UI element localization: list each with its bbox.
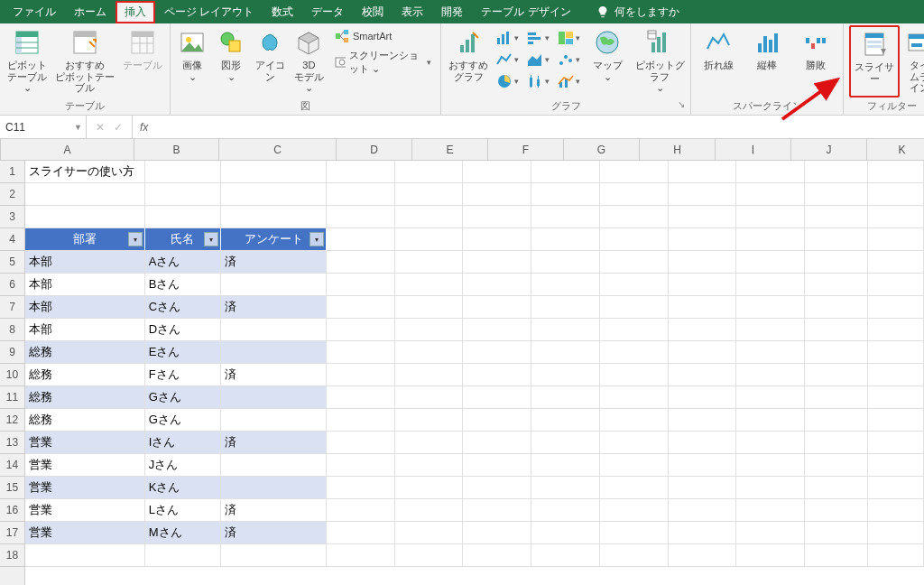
cell[interactable] <box>531 274 600 296</box>
cell[interactable] <box>805 161 868 183</box>
cell[interactable] <box>736 454 805 477</box>
cell[interactable] <box>600 454 669 477</box>
cell[interactable]: Dさん <box>145 319 222 341</box>
cell[interactable] <box>145 206 222 228</box>
cell[interactable] <box>395 274 464 296</box>
cell[interactable] <box>463 161 531 183</box>
cell[interactable] <box>327 454 395 477</box>
cell[interactable] <box>669 206 737 228</box>
cell[interactable]: Iさん <box>145 432 222 454</box>
combo-chart-icon[interactable] <box>557 72 580 90</box>
cell[interactable]: 営業 <box>25 454 145 477</box>
hierarchy-chart-icon[interactable] <box>557 29 580 47</box>
cell[interactable]: 総務 <box>25 409 145 432</box>
cell[interactable] <box>327 522 395 544</box>
cell[interactable] <box>669 183 737 206</box>
row-header-6[interactable]: 6 <box>0 274 24 296</box>
cell[interactable]: 総務 <box>25 341 145 364</box>
cell[interactable] <box>736 432 805 454</box>
cell[interactable] <box>868 274 924 296</box>
shapes-button[interactable]: 図形 ⌄ <box>215 25 248 82</box>
bar-chart-icon[interactable] <box>526 29 550 47</box>
cell[interactable] <box>531 544 600 567</box>
cell[interactable] <box>600 409 669 432</box>
cell[interactable] <box>600 477 669 499</box>
cell[interactable]: 氏名▾ <box>145 228 222 251</box>
cell[interactable] <box>669 522 737 544</box>
cell[interactable] <box>221 341 327 364</box>
cell[interactable] <box>805 183 868 206</box>
cell[interactable] <box>669 364 737 386</box>
row-header-9[interactable]: 9 <box>0 341 24 364</box>
cell[interactable] <box>531 319 600 341</box>
cell[interactable] <box>25 206 145 228</box>
tab-テーブル デザイン[interactable]: テーブル デザイン <box>472 1 579 23</box>
cell[interactable] <box>395 296 464 319</box>
cancel-formula-icon[interactable]: ✕ <box>96 121 105 134</box>
cell[interactable] <box>395 386 464 409</box>
cell[interactable]: 本部 <box>25 296 145 319</box>
cell[interactable] <box>669 386 737 409</box>
cell[interactable]: 総務 <box>25 386 145 409</box>
cell[interactable] <box>805 296 868 319</box>
row-header-18[interactable]: 18 <box>0 544 24 567</box>
cell[interactable] <box>221 409 327 432</box>
cell[interactable] <box>669 161 737 183</box>
cell[interactable] <box>463 319 531 341</box>
cell[interactable]: Eさん <box>145 341 222 364</box>
cell[interactable] <box>736 161 805 183</box>
col-header-H[interactable]: H <box>640 139 716 160</box>
tab-数式[interactable]: 数式 <box>263 1 302 23</box>
tell-me[interactable]: 何をしますか <box>596 5 679 20</box>
cell[interactable] <box>868 206 924 228</box>
cell[interactable] <box>463 183 531 206</box>
cell[interactable] <box>868 544 924 567</box>
cell[interactable] <box>868 522 924 544</box>
cell[interactable] <box>531 522 600 544</box>
cell[interactable] <box>736 206 805 228</box>
col-header-I[interactable]: I <box>716 139 791 160</box>
icons-button[interactable]: アイコン <box>254 25 287 82</box>
cell[interactable] <box>327 432 395 454</box>
cell[interactable]: 部署▾ <box>25 228 145 251</box>
cell[interactable] <box>600 386 669 409</box>
cell[interactable] <box>600 319 669 341</box>
cell[interactable] <box>395 228 464 251</box>
charts-launcher-icon[interactable]: ↘ <box>678 99 685 109</box>
cell[interactable] <box>805 409 868 432</box>
tab-ホーム[interactable]: ホーム <box>65 1 116 23</box>
cell[interactable] <box>463 206 531 228</box>
cell[interactable] <box>531 251 600 274</box>
row-header-8[interactable]: 8 <box>0 319 24 341</box>
cell[interactable] <box>531 228 600 251</box>
cell[interactable]: 済 <box>221 432 327 454</box>
cell[interactable] <box>327 409 395 432</box>
cell[interactable] <box>327 319 395 341</box>
col-header-C[interactable]: C <box>219 139 337 160</box>
col-header-B[interactable]: B <box>134 139 219 160</box>
fx-icon[interactable]: fx <box>133 121 155 134</box>
cell[interactable] <box>805 432 868 454</box>
row-header-7[interactable]: 7 <box>0 296 24 319</box>
cell[interactable] <box>868 228 924 251</box>
cell[interactable] <box>868 319 924 341</box>
row-header-17[interactable]: 17 <box>0 522 24 544</box>
column-chart-icon[interactable] <box>495 29 519 47</box>
cell[interactable] <box>531 364 600 386</box>
cell[interactable] <box>600 499 669 522</box>
cell[interactable]: 済 <box>221 251 327 274</box>
cell[interactable] <box>736 341 805 364</box>
cell[interactable] <box>736 522 805 544</box>
tab-開発[interactable]: 開発 <box>432 1 472 23</box>
cell[interactable] <box>531 341 600 364</box>
cell[interactable]: Bさん <box>145 274 222 296</box>
cell[interactable] <box>327 206 395 228</box>
row-header-14[interactable]: 14 <box>0 454 24 477</box>
cell[interactable] <box>531 499 600 522</box>
tab-ページ レイアウト[interactable]: ページ レイアウト <box>155 1 263 23</box>
cell[interactable] <box>531 161 600 183</box>
cell[interactable] <box>531 296 600 319</box>
cell[interactable] <box>736 386 805 409</box>
cell[interactable] <box>805 522 868 544</box>
sparkline-winloss-button[interactable]: 勝敗 <box>794 25 837 71</box>
